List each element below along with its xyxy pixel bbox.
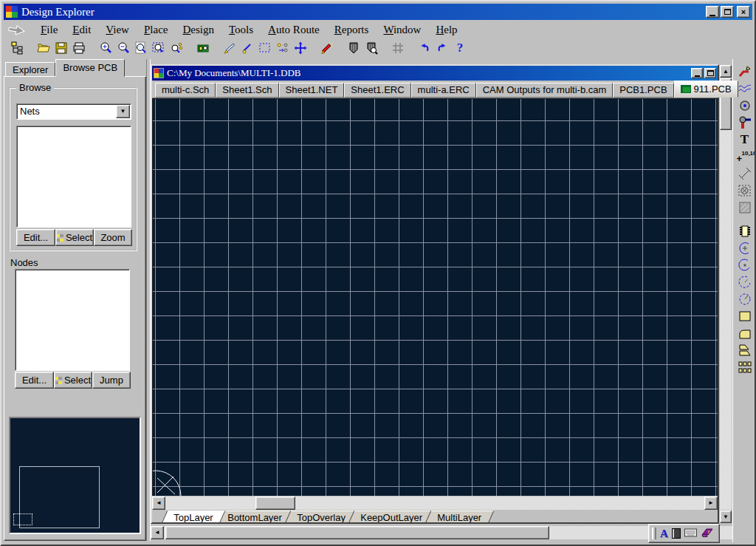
ime-grip-handle[interactable] xyxy=(652,528,656,539)
doc-tab-pcb1-pcb[interactable]: PCB1.PCB xyxy=(613,83,673,98)
workspace-horizontal-scrollbar[interactable]: ◄ xyxy=(151,525,732,540)
layer-tab-keepoutlayer[interactable]: KeepOutLayer xyxy=(347,511,435,522)
nodes-listbox[interactable] xyxy=(15,269,130,371)
place-arc-center-icon[interactable] xyxy=(735,256,755,273)
place-string-icon[interactable]: T xyxy=(735,131,755,148)
doc-tab-911-pcb[interactable]: 911.PCB xyxy=(674,81,738,98)
menu-edit[interactable]: Edit xyxy=(65,23,98,37)
ime-help-book-icon[interactable]: ? xyxy=(701,527,714,540)
workspace-vertical-scrollbar[interactable]: ▲ ▼ xyxy=(719,64,732,524)
doc-tab-sheet1-sch[interactable]: Sheet1.Sch xyxy=(216,83,278,98)
doc-tab-sheet1-erc[interactable]: Sheet1.ERC xyxy=(344,83,410,98)
place-pad-icon[interactable] xyxy=(735,97,755,114)
layer-tab-bottomlayer[interactable]: BottomLayer xyxy=(215,511,295,522)
menu-file[interactable]: File xyxy=(33,23,65,37)
print-icon[interactable] xyxy=(70,40,88,56)
zoom-in-icon[interactable] xyxy=(97,40,114,56)
ime-keyboard-button[interactable] xyxy=(684,528,697,539)
wizard-pen-icon[interactable] xyxy=(318,40,336,56)
preview-viewport-rect[interactable] xyxy=(13,513,32,525)
place-array-icon[interactable] xyxy=(735,358,755,375)
undo-icon[interactable] xyxy=(416,40,433,56)
layer-tab-multilayer[interactable]: MultiLayer xyxy=(424,511,494,522)
wire-icon[interactable] xyxy=(238,40,256,56)
help-icon[interactable]: ? xyxy=(451,40,469,56)
minimize-button[interactable] xyxy=(706,6,719,18)
place-arc-any-angle-icon[interactable] xyxy=(735,273,755,290)
place-room-icon[interactable] xyxy=(735,182,755,199)
scroll-right-button[interactable]: ► xyxy=(704,496,718,510)
ime-input-mode-button[interactable]: A xyxy=(660,528,668,540)
toggle-explorer-icon[interactable] xyxy=(8,40,26,56)
place-coordinate-icon[interactable]: +10,10 xyxy=(735,148,755,165)
browse-mode-select[interactable]: Nets ▼ xyxy=(16,103,131,120)
scroll-down-button[interactable]: ▼ xyxy=(720,511,732,523)
combo-dropdown-button[interactable]: ▼ xyxy=(116,105,130,118)
doc-tab-multi-a-erc[interactable]: multi-a.ERC xyxy=(411,83,476,98)
scroll-left-button[interactable]: ◄ xyxy=(151,526,164,539)
zoom-selection-icon[interactable] xyxy=(168,40,185,56)
nodes-edit-button[interactable]: Edit... xyxy=(15,372,54,389)
nets-select-button[interactable]: Select xyxy=(55,229,94,246)
ime-shape-toggle-button[interactable] xyxy=(672,528,681,539)
redo-icon[interactable] xyxy=(433,40,451,56)
doc-tab-sheet1-net[interactable]: Sheet1.NET xyxy=(279,83,345,98)
place-dimension-icon[interactable] xyxy=(735,165,755,182)
place-arc-edge-icon[interactable] xyxy=(735,239,755,256)
nodes-jump-button[interactable]: Jump xyxy=(92,372,131,389)
doc-minimize-button[interactable] xyxy=(691,68,703,78)
interactive-routing-icon[interactable] xyxy=(735,63,755,80)
zoom-all-icon[interactable] xyxy=(132,40,150,56)
scrollbar-track[interactable] xyxy=(165,496,704,510)
place-split-plane-icon[interactable] xyxy=(735,341,755,358)
nets-listbox[interactable] xyxy=(16,126,131,228)
scroll-left-button[interactable]: ◄ xyxy=(152,496,165,510)
zoom-out-icon[interactable] xyxy=(114,40,132,56)
zoom-area-icon[interactable] xyxy=(150,40,168,56)
select-area-icon[interactable] xyxy=(256,40,274,56)
menu-reports[interactable]: Reports xyxy=(327,23,377,37)
editor-horizontal-scrollbar[interactable]: ◄ ► xyxy=(152,496,718,511)
polygon-browse-icon[interactable] xyxy=(362,40,380,56)
scroll-up-button[interactable]: ▲ xyxy=(720,65,732,78)
move-selection-icon[interactable] xyxy=(274,40,292,56)
place-fill-icon[interactable] xyxy=(735,307,755,324)
menu-tools[interactable]: Tools xyxy=(221,23,261,37)
scrollbar-thumb[interactable] xyxy=(165,526,549,539)
menu-window[interactable]: Window xyxy=(376,23,428,37)
menu-design[interactable]: Design xyxy=(175,23,221,37)
board-preview[interactable] xyxy=(9,417,141,534)
scrollbar-track[interactable] xyxy=(164,526,732,539)
pcb-editor-canvas[interactable] xyxy=(152,98,718,496)
tab-explorer[interactable]: Explorer xyxy=(5,62,55,77)
place-polygon-plane-icon[interactable] xyxy=(735,324,755,341)
grid-icon[interactable] xyxy=(389,40,407,56)
menu-grip-arrow-icon[interactable] xyxy=(8,25,27,35)
doc-restore-button[interactable] xyxy=(704,68,716,78)
save-icon[interactable] xyxy=(52,40,70,56)
polygon-plane-icon[interactable] xyxy=(345,40,362,56)
nodes-select-button[interactable]: Select xyxy=(54,372,92,389)
open-icon[interactable] xyxy=(35,40,52,56)
move-icon[interactable] xyxy=(292,40,309,56)
browse-component-icon[interactable] xyxy=(194,40,212,56)
doc-tab-multi-c-sch[interactable]: multi-c.Sch xyxy=(155,83,216,98)
layer-tab-topoverlay[interactable]: TopOverlay xyxy=(284,511,359,522)
scrollbar-track[interactable] xyxy=(720,78,732,510)
place-component-icon[interactable] xyxy=(735,222,755,239)
layer-tab-toplayer[interactable]: TopLayer xyxy=(161,511,226,522)
menu-place[interactable]: Place xyxy=(137,23,175,37)
menu-help[interactable]: Help xyxy=(428,23,464,37)
knife-icon[interactable] xyxy=(221,40,238,56)
nets-zoom-button[interactable]: Zoom xyxy=(94,229,132,246)
menu-view[interactable]: View xyxy=(98,23,137,37)
scrollbar-thumb[interactable] xyxy=(255,496,295,510)
nets-edit-button[interactable]: Edit... xyxy=(16,229,55,246)
place-circle-icon[interactable] xyxy=(735,290,755,307)
place-via-icon[interactable] xyxy=(735,114,755,131)
restore-button[interactable] xyxy=(721,6,734,18)
place-fill-hatched-icon[interactable] xyxy=(735,199,755,216)
menu-auto-route[interactable]: Auto Route xyxy=(261,23,327,37)
tab-browse-pcb[interactable]: Browse PCB xyxy=(55,59,125,77)
doc-tab-cam-outputs[interactable]: CAM Outputs for multi-b.cam xyxy=(476,83,614,98)
